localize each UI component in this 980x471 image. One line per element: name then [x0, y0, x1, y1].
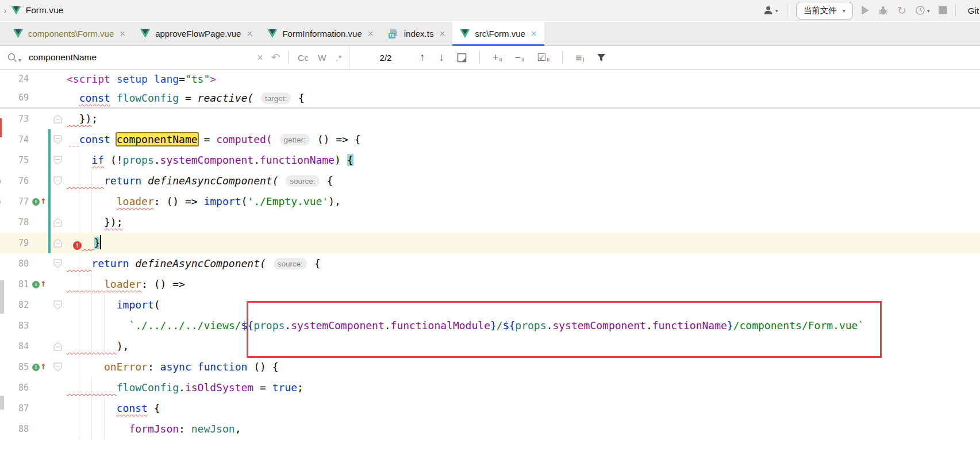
code-token: import [203, 195, 241, 207]
add-occurrence-icon[interactable]: +II [493, 52, 502, 63]
line-number[interactable]: 86 [6, 377, 29, 398]
gutter-icons [29, 253, 48, 274]
line-number[interactable]: 69 [6, 88, 29, 107]
implementation-marker-icon[interactable]: I [32, 281, 40, 288]
line-number[interactable]: 78 [6, 212, 29, 233]
editor-tab[interactable]: approveFlowPage.vue× [133, 22, 260, 45]
editor-tab[interactable]: components\Form.vue× [6, 22, 133, 45]
line-number[interactable]: 88 [6, 419, 29, 439]
line-number[interactable]: 79 [6, 233, 29, 253]
search-in-selection-icon[interactable] [457, 53, 467, 63]
code-token: . [179, 381, 185, 393]
code-token: props [253, 319, 285, 331]
git-menu-label[interactable]: Git [968, 6, 979, 16]
line-number[interactable]: 81 [6, 274, 29, 295]
code-text[interactable]: ! } [64, 233, 980, 253]
line-number[interactable]: 77 [6, 191, 29, 212]
code-text[interactable]: loader: () => [64, 274, 980, 295]
line-number[interactable]: 73 [6, 109, 29, 129]
fold-marker-icon[interactable] [51, 171, 64, 191]
code-line: 88 formJson: newJson, [0, 419, 980, 439]
search-query-text[interactable]: componentName [29, 52, 249, 63]
line-number[interactable]: 85 [6, 357, 29, 377]
implementation-marker-icon[interactable]: I [32, 198, 40, 206]
code-line: 84 ), [0, 336, 980, 357]
search-history-icon[interactable]: ↶ [271, 51, 280, 64]
fold-marker-icon[interactable] [51, 295, 64, 315]
fold-marker-icon[interactable] [51, 253, 64, 274]
rerun-coverage-icon[interactable]: ↻ [897, 5, 906, 16]
line-number[interactable]: 84 [6, 336, 29, 357]
code-text[interactable]: const flowConfig = reactive( target: { [64, 88, 980, 107]
editor-tab[interactable]: src\Form.vue× [452, 22, 544, 45]
fold-marker-icon[interactable] [51, 336, 64, 357]
code-token: systemComponent [160, 154, 254, 166]
code-text[interactable]: import( [64, 295, 980, 315]
code-text[interactable]: }); [64, 109, 980, 129]
line-number[interactable]: 76 [6, 171, 29, 191]
line-number[interactable]: 87 [6, 398, 29, 419]
code-text[interactable]: return defineAsyncComponent( source: { [64, 253, 980, 274]
editor-tab[interactable]: TSindex.ts× [381, 22, 453, 45]
editor-tab[interactable]: FormInformation.vue× [260, 22, 381, 45]
search-input[interactable]: ▾ componentName × ↶ Cc W .* [0, 46, 349, 69]
code-token: defineAsyncComponent( [148, 175, 279, 187]
fold-marker-icon[interactable] [51, 129, 64, 150]
implementation-marker-icon[interactable]: I [32, 364, 40, 371]
code-text[interactable]: return defineAsyncComponent( source: { [64, 171, 980, 191]
code-text[interactable]: flowConfig.isOldSystem = true; [64, 377, 980, 398]
code-text[interactable]: `./../../../views/${props.systemComponen… [64, 315, 980, 336]
line-number[interactable]: 75 [6, 150, 29, 171]
stop-icon[interactable] [939, 6, 947, 14]
code-text[interactable]: }); [64, 212, 980, 233]
breadcrumb-file[interactable]: Form.vue [26, 5, 63, 16]
close-tab-icon[interactable]: × [531, 28, 537, 40]
run-configuration-select[interactable]: 当前文件 ▾ [796, 2, 853, 20]
remove-occurrence-icon[interactable]: −II [515, 52, 525, 63]
debug-bug-icon[interactable] [878, 5, 889, 16]
regex-toggle[interactable]: .* [336, 53, 342, 63]
error-bulb-icon[interactable]: ! [73, 241, 82, 250]
filter-funnel-icon[interactable] [597, 53, 606, 62]
select-all-occurrences-icon[interactable]: ☑II [537, 52, 549, 63]
match-case-toggle[interactable]: Cc [298, 53, 309, 63]
line-number[interactable]: 82 [6, 295, 29, 315]
next-match-icon[interactable]: ↓ [439, 51, 445, 64]
close-tab-icon[interactable]: × [439, 28, 445, 40]
code-text[interactable]: loader: () => import('./Empty.vue'), [64, 191, 980, 212]
code-text[interactable]: formJson: newJson, [64, 419, 980, 439]
code-text[interactable]: <script setup lang="ts"> [64, 70, 980, 88]
code-token [67, 237, 73, 249]
line-number[interactable]: 83 [6, 315, 29, 336]
previous-match-icon[interactable]: ↑ [420, 51, 425, 64]
fold-marker-icon[interactable] [51, 212, 64, 233]
fold-marker-icon[interactable] [51, 357, 64, 377]
fold-marker-icon[interactable] [51, 109, 64, 129]
close-tab-icon[interactable]: × [120, 28, 125, 40]
code-lines: 73 });74 const componentName = computed(… [0, 109, 980, 439]
run-button-play-icon[interactable] [862, 6, 869, 15]
line-number[interactable]: 80 [6, 253, 29, 274]
search-icon[interactable]: ▾ [7, 52, 21, 63]
code-text[interactable]: const { [64, 398, 980, 419]
profiler-button[interactable]: ▾ [915, 5, 930, 16]
vcs-user-button[interactable]: ▾ [763, 5, 778, 16]
filter-lines-icon[interactable]: ≡I [575, 52, 584, 63]
code-token: async [160, 361, 191, 373]
code-text[interactable]: const componentName = computed( getter: … [64, 129, 980, 150]
fold-marker-icon[interactable] [51, 150, 64, 171]
fold-marker-icon[interactable] [51, 233, 64, 253]
words-toggle[interactable]: W [318, 53, 326, 63]
code-text[interactable]: if (!props.systemComponent.functionName)… [64, 150, 980, 171]
text-caret [100, 235, 101, 249]
close-tab-icon[interactable]: × [368, 28, 374, 40]
line-number[interactable]: 74 [6, 129, 29, 150]
code-text[interactable]: onError: async function () { [64, 357, 980, 377]
line-number[interactable]: 24 [6, 70, 29, 88]
sticky-code-line: 69 const flowConfig = reactive( target: … [0, 88, 980, 107]
clear-search-icon[interactable]: × [257, 52, 263, 64]
close-tab-icon[interactable]: × [247, 28, 252, 40]
code-token: ; [91, 113, 98, 125]
code-editor[interactable]: 24<script setup lang="ts">69 const flowC… [0, 70, 980, 471]
code-text[interactable]: ), [64, 336, 980, 357]
